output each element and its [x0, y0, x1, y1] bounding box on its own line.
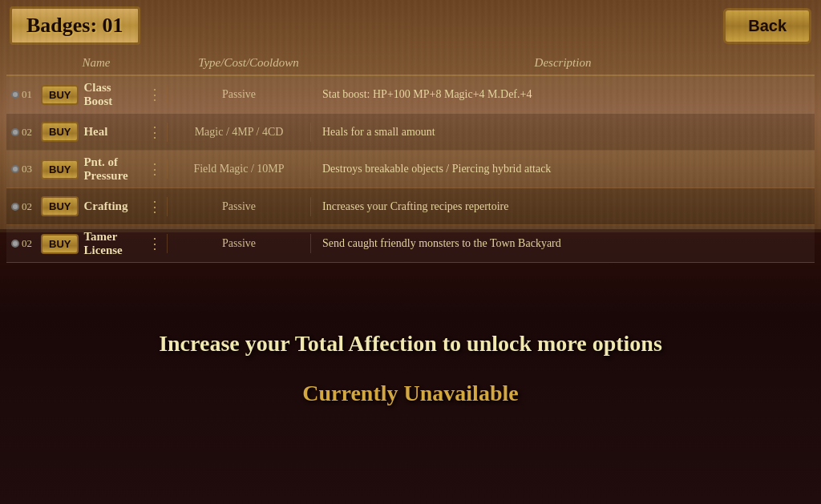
- item-name: Crafting: [83, 200, 141, 213]
- badge-num: 02: [22, 200, 36, 213]
- name-cell: 02 BUY Crafting ⋮: [6, 192, 167, 221]
- buy-button[interactable]: BUY: [41, 234, 79, 254]
- radio-icon: [11, 128, 19, 136]
- name-cell: 02 BUY Heal ⋮: [6, 117, 167, 147]
- affection-message: Increase your Total Affection to unlock …: [159, 331, 662, 357]
- back-button[interactable]: Back: [723, 8, 811, 44]
- col-description: Description: [321, 54, 805, 71]
- desc-cell: Increases your Crafting recipes repertoi…: [311, 197, 815, 216]
- dots-menu-icon[interactable]: ⋮: [148, 200, 162, 214]
- name-cell: 01 BUY Class Boost ⋮: [6, 76, 167, 113]
- buy-button[interactable]: BUY: [41, 159, 79, 179]
- desc-cell: Destroys breakable objects / Piercing hy…: [311, 159, 815, 179]
- desc-cell: Stat boost: HP+100 MP+8 Magic+4 M.Def.+4: [311, 85, 815, 104]
- items-table: 01 BUY Class Boost ⋮ Passive Stat boost:…: [6, 76, 815, 263]
- radio-icon: [11, 240, 19, 248]
- dots-menu-icon[interactable]: ⋮: [148, 125, 162, 139]
- name-cell: 02 BUY Tamer License ⋮: [6, 225, 167, 262]
- radio-icon: [11, 203, 19, 211]
- desc-cell: Send caught friendly monsters to the Tow…: [311, 234, 815, 253]
- badges-title: Badges: 01: [10, 6, 140, 45]
- badge-num: 02: [22, 126, 36, 139]
- table-row: 02 BUY Crafting ⋮ Passive Increases your…: [6, 188, 815, 225]
- radio-icon: [11, 165, 19, 173]
- badge-num: 02: [22, 237, 36, 250]
- type-cell: Magic / 4MP / 4CD: [167, 123, 311, 142]
- item-name: Tamer License: [83, 230, 141, 257]
- desc-cell: Heals for a small amount: [311, 123, 815, 142]
- type-cell: Passive: [167, 234, 311, 253]
- buy-button[interactable]: BUY: [41, 85, 79, 105]
- type-cell: Passive: [167, 197, 311, 216]
- radio-icon: [11, 91, 19, 99]
- col-type: Type/Cost/Cooldown: [176, 54, 321, 71]
- table-row: 02 BUY Tamer License ⋮ Passive Send caug…: [6, 225, 815, 263]
- buy-button[interactable]: BUY: [41, 122, 79, 142]
- column-headers: Name Type/Cost/Cooldown Description: [6, 51, 815, 76]
- col-name: Name: [16, 54, 176, 71]
- name-cell: 03 BUY Pnt. of Pressure ⋮: [6, 151, 167, 187]
- dots-menu-icon[interactable]: ⋮: [148, 236, 162, 251]
- badge-num: 03: [22, 163, 36, 175]
- badge-indicator: 01: [11, 88, 36, 101]
- type-cell: Passive: [167, 85, 311, 104]
- badge-indicator: 02: [11, 126, 36, 139]
- badge-indicator: 03: [11, 163, 36, 175]
- dots-menu-icon[interactable]: ⋮: [148, 162, 162, 176]
- table-row: 01 BUY Class Boost ⋮ Passive Stat boost:…: [6, 76, 815, 114]
- badge-num: 01: [22, 88, 36, 101]
- unavailable-message: Currently Unavailable: [302, 381, 518, 406]
- buy-button[interactable]: BUY: [41, 196, 79, 216]
- item-name: Heal: [83, 125, 141, 139]
- table-row: 03 BUY Pnt. of Pressure ⋮ Field Magic / …: [6, 151, 815, 188]
- top-panel: Badges: 01 Back Name Type/Cost/Cooldown …: [0, 0, 821, 232]
- item-name: Pnt. of Pressure: [83, 155, 141, 183]
- badge-indicator: 02: [11, 237, 36, 250]
- item-name: Class Boost: [83, 81, 141, 108]
- header-row: Badges: 01 Back: [0, 0, 821, 51]
- table-row: 02 BUY Heal ⋮ Magic / 4MP / 4CD Heals fo…: [6, 114, 815, 151]
- bottom-panel: Increase your Total Affection to unlock …: [0, 232, 821, 504]
- dots-menu-icon[interactable]: ⋮: [148, 87, 162, 102]
- type-cell: Field Magic / 10MP: [167, 159, 311, 179]
- badge-indicator: 02: [11, 200, 36, 213]
